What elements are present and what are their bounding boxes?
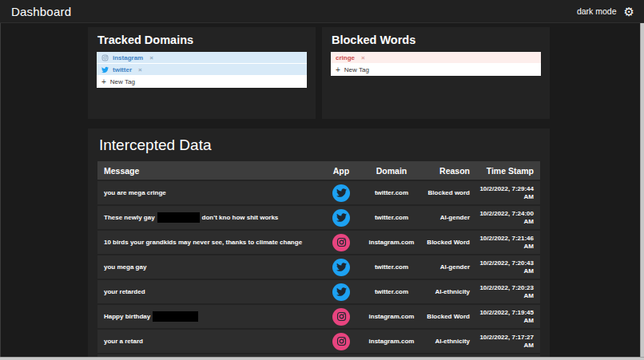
table-row: These newly gaydon't kno how shit workst… <box>97 206 540 229</box>
reason-cell: AI-ethnicity <box>423 338 470 346</box>
app-cell <box>323 184 360 202</box>
tag-twitter[interactable]: twitter× <box>97 64 307 76</box>
table-header-row: Message App Domain Reason Time Stamp <box>97 161 540 180</box>
instagram-icon <box>332 308 350 326</box>
reason-cell: AI-ethnicity <box>423 288 470 296</box>
table-row: you mega gaytwitter.comAI-gender10/2/202… <box>97 255 540 279</box>
message-cell: your retarded <box>97 288 323 296</box>
domain-cell: twitter.com <box>360 189 423 197</box>
message-cell: These newly gaydon't kno how shit works <box>97 212 323 223</box>
table-row: you are mega cringetwitter.comBlocked wo… <box>97 181 540 204</box>
reason-cell: Blocked Word <box>423 239 470 247</box>
col-header-app: App <box>323 166 360 176</box>
twitter-icon <box>332 209 350 227</box>
tag-cringe[interactable]: cringe× <box>331 52 541 64</box>
redaction-box <box>153 311 198 322</box>
col-header-reason: Reason <box>423 166 470 176</box>
message-cell: you mega gay <box>97 263 323 271</box>
instagram-icon <box>332 234 350 251</box>
app-cell <box>323 259 360 276</box>
app-cell <box>323 234 360 251</box>
col-header-message: Message <box>97 166 323 176</box>
tag-label: instagram <box>113 54 143 61</box>
top-bar-right: dark mode ⚙ <box>577 6 634 18</box>
settings-gear-icon[interactable]: ⚙ <box>624 6 634 18</box>
app-cell <box>323 308 360 326</box>
table-row: 10 birds your grandkids may never see, t… <box>97 231 540 254</box>
tag-instagram[interactable]: instagram× <box>97 52 307 64</box>
redaction-box <box>157 212 200 223</box>
remove-tag-icon[interactable]: × <box>361 54 365 61</box>
remove-tag-icon[interactable]: × <box>149 54 153 61</box>
timestamp-cell: 10/2/2022, 7:20:23 AM <box>470 284 540 299</box>
intercepted-data-panel: Intercepted Data Message App Domain Reas… <box>88 129 550 360</box>
vertical-scrollbar[interactable] <box>640 23 644 360</box>
reason-cell: Blocked word <box>423 189 470 197</box>
table-row: your a retardinstagram.comAI-ethnicity10… <box>97 330 540 353</box>
new-tag-button[interactable]: +New Tag <box>97 76 307 88</box>
horizontal-scrollbar[interactable] <box>0 357 644 360</box>
tag-label: twitter <box>113 66 132 73</box>
col-header-timestamp: Time Stamp <box>470 166 540 176</box>
twitter-icon <box>332 283 350 301</box>
tracked-domains-panel: Tracked Domains instagram×twitter×+New T… <box>88 27 316 119</box>
twitter-icon <box>101 66 109 73</box>
timestamp-cell: 10/2/2022, 7:24:00 AM <box>470 210 540 225</box>
instagram-icon <box>332 333 350 350</box>
top-bar: Dashboard dark mode ⚙ <box>0 0 644 23</box>
page-title: Dashboard <box>11 5 71 18</box>
domain-cell: twitter.com <box>360 214 423 222</box>
message-cell: your a retard <box>97 338 323 346</box>
reason-cell: Blocked Word <box>423 313 470 321</box>
domain-cell: instagram.com <box>360 239 423 247</box>
reason-cell: AI-gender <box>423 214 470 222</box>
app-cell <box>323 283 360 301</box>
timestamp-cell: 10/2/2022, 7:21:46 AM <box>470 235 540 250</box>
window-left-edge <box>0 23 1 360</box>
tag-label: cringe <box>336 54 355 61</box>
table-row: your retardedtwitter.comAI-ethnicity10/2… <box>97 280 540 303</box>
plus-icon: + <box>101 77 106 86</box>
remove-tag-icon[interactable]: × <box>138 66 142 73</box>
timestamp-cell: 10/2/2022, 7:19:45 AM <box>470 309 540 324</box>
timestamp-cell: 10/2/2022, 7:20:43 AM <box>470 259 540 275</box>
message-cell: 10 birds your grandkids may never see, t… <box>97 239 323 247</box>
timestamp-cell: 10/2/2022, 7:29:44 AM <box>470 185 540 200</box>
message-cell: Happy birthday <box>97 311 323 322</box>
new-tag-label: New Tag <box>344 66 369 73</box>
reason-cell: AI-gender <box>423 263 470 271</box>
domain-cell: twitter.com <box>360 263 423 271</box>
app-cell <box>323 209 360 227</box>
intercepted-data-title: Intercepted Data <box>99 136 540 154</box>
domain-cell: instagram.com <box>360 313 423 321</box>
tracked-domains-tag-list: instagram×twitter×+New Tag <box>97 52 307 88</box>
col-header-domain: Domain <box>360 166 423 176</box>
blocked-words-title: Blocked Words <box>332 34 541 46</box>
message-cell: you are mega cringe <box>97 189 323 197</box>
blocked-words-panel: Blocked Words cringe×+New Tag <box>322 27 550 119</box>
new-tag-button[interactable]: +New Tag <box>331 64 541 76</box>
app-cell <box>323 333 360 350</box>
new-tag-label: New Tag <box>110 78 135 85</box>
table-row: Happy birthdayinstagram.comBlocked Word1… <box>97 305 540 328</box>
twitter-icon <box>332 259 350 276</box>
dark-mode-label: dark mode <box>577 6 617 16</box>
instagram-icon <box>101 54 109 61</box>
blocked-words-tag-list: cringe×+New Tag <box>331 52 541 76</box>
main-content: Tracked Domains instagram×twitter×+New T… <box>0 27 644 360</box>
plus-icon: + <box>336 65 340 74</box>
table-body: you are mega cringetwitter.comBlocked wo… <box>97 181 540 360</box>
domain-cell: instagram.com <box>360 338 423 346</box>
twitter-icon <box>332 184 350 202</box>
domain-cell: twitter.com <box>360 288 423 296</box>
tracked-domains-title: Tracked Domains <box>97 34 307 46</box>
timestamp-cell: 10/2/2022, 7:17:27 AM <box>470 334 540 349</box>
